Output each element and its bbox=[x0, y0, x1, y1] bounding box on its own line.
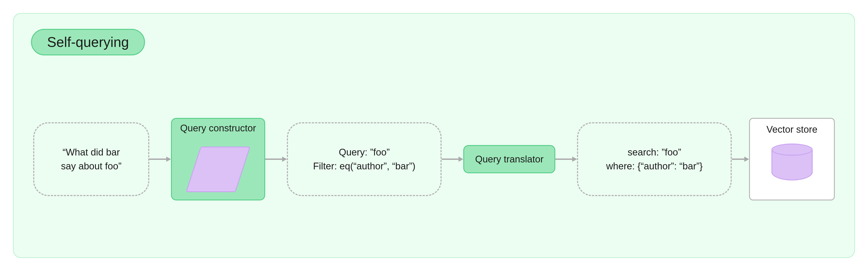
translated-line-1: search: ”foo” bbox=[627, 145, 681, 159]
svg-marker-5 bbox=[459, 156, 463, 162]
svg-marker-3 bbox=[282, 156, 287, 162]
query-constructor-node: Query constructor bbox=[171, 118, 266, 201]
arrow-icon bbox=[555, 155, 577, 163]
arrow-icon bbox=[265, 155, 287, 163]
diagram-panel: Self-querying “What did bar say about fo… bbox=[13, 13, 855, 258]
query-translator-node: Query translator bbox=[463, 145, 556, 173]
arrow-5 bbox=[732, 155, 749, 163]
parallelogram-icon bbox=[186, 147, 250, 192]
database-icon bbox=[771, 144, 813, 180]
query-constructor-label: Query constructor bbox=[180, 123, 256, 133]
input-query-node: “What did bar say about foo” bbox=[33, 122, 149, 196]
structured-query-node: Query: ”foo” Filter: eq(“author”, “bar”) bbox=[287, 122, 442, 196]
translated-line-2: where: {“author”: “bar”} bbox=[606, 159, 703, 173]
arrow-2 bbox=[265, 155, 287, 163]
diagram-title: Self-querying bbox=[47, 34, 129, 50]
input-line-2: say about foo” bbox=[61, 159, 122, 173]
svg-marker-9 bbox=[744, 156, 749, 162]
vector-store-node: Vector store bbox=[749, 118, 835, 201]
arrow-3 bbox=[442, 155, 463, 163]
vector-store-label: Vector store bbox=[767, 124, 817, 135]
diagram-title-pill: Self-querying bbox=[31, 29, 145, 55]
arrow-icon bbox=[732, 155, 749, 163]
translated-query-node: search: ”foo” where: {“author”: “bar”} bbox=[577, 122, 732, 196]
arrow-icon bbox=[149, 155, 171, 163]
arrow-1 bbox=[149, 155, 171, 163]
svg-marker-7 bbox=[572, 156, 577, 162]
flow-row: “What did bar say about foo” Query const… bbox=[33, 118, 835, 201]
structured-line-2: Filter: eq(“author”, “bar”) bbox=[313, 159, 415, 173]
svg-marker-1 bbox=[166, 156, 171, 162]
arrow-4 bbox=[555, 155, 577, 163]
structured-line-1: Query: ”foo” bbox=[339, 145, 390, 159]
input-line-1: “What did bar bbox=[62, 145, 120, 159]
arrow-icon bbox=[442, 155, 463, 163]
query-translator-label: Query translator bbox=[475, 154, 544, 164]
